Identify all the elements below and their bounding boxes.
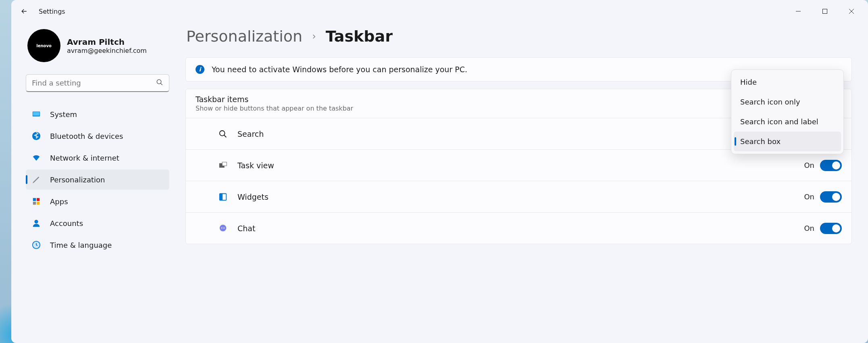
sidebar-item-system[interactable]: System (26, 104, 169, 124)
search-field[interactable] (32, 79, 156, 87)
svg-point-11 (220, 130, 225, 136)
settings-window: Settings lenovo Avram Piltch avram@geeki… (11, 0, 868, 343)
sidebar: lenovo Avram Piltch avram@geekinchief.co… (11, 23, 173, 343)
toggle-state: On (804, 224, 814, 232)
breadcrumb-parent[interactable]: Personalization (186, 27, 302, 45)
apps-icon (31, 197, 41, 206)
user-name: Avram Piltch (67, 37, 147, 47)
titlebar: Settings (11, 0, 868, 23)
sidebar-item-apps[interactable]: Apps (26, 191, 169, 211)
close-button[interactable] (838, 3, 865, 20)
row-label: Chat (237, 224, 804, 233)
search-dropdown: Hide Search icon only Search icon and la… (731, 69, 844, 154)
toggle-state: On (804, 161, 814, 169)
window-title: Settings (39, 8, 65, 15)
system-icon (31, 109, 41, 119)
row-label: Task view (237, 161, 804, 170)
dropdown-option-hide[interactable]: Hide (734, 72, 841, 92)
sidebar-item-label: System (50, 110, 77, 119)
user-email: avram@geekinchief.com (67, 47, 147, 54)
svg-point-9 (34, 220, 38, 224)
sidebar-item-label: Personalization (50, 176, 105, 184)
sidebar-item-accounts[interactable]: Accounts (26, 213, 169, 233)
svg-rect-15 (220, 193, 223, 200)
sidebar-item-time[interactable]: Time & language (26, 235, 169, 255)
sidebar-item-label: Apps (50, 197, 68, 206)
dropdown-option-box[interactable]: Search box (734, 132, 841, 151)
sidebar-item-bluetooth[interactable]: Bluetooth & devices (26, 126, 169, 146)
sidebar-item-label: Time & language (50, 241, 112, 249)
bluetooth-icon (31, 131, 41, 141)
search-input[interactable] (26, 74, 169, 92)
svg-point-1 (157, 79, 161, 84)
widgets-toggle[interactable] (820, 191, 842, 203)
widgets-icon (217, 192, 229, 201)
svg-rect-7 (33, 202, 36, 205)
svg-point-17 (221, 227, 223, 228)
sidebar-item-personalization[interactable]: Personalization (26, 169, 169, 190)
sidebar-item-label: Bluetooth & devices (50, 132, 123, 140)
minimize-button[interactable] (785, 3, 812, 20)
banner-text: You need to activate Windows before you … (212, 65, 467, 74)
avatar: lenovo (27, 29, 60, 62)
svg-point-18 (223, 227, 225, 228)
svg-rect-5 (33, 198, 36, 201)
brush-icon (31, 175, 41, 184)
svg-rect-3 (33, 112, 40, 116)
svg-rect-8 (37, 202, 40, 205)
user-profile[interactable]: lenovo Avram Piltch avram@geekinchief.co… (26, 29, 169, 62)
nav-list: System Bluetooth & devices Network & int… (26, 104, 169, 255)
person-icon (31, 218, 41, 228)
taskview-toggle[interactable] (820, 160, 842, 171)
svg-point-16 (220, 224, 227, 231)
sidebar-item-network[interactable]: Network & internet (26, 148, 169, 168)
back-button[interactable] (15, 2, 34, 21)
dropdown-option-icon-label[interactable]: Search icon and label (734, 112, 841, 132)
row-widgets: Widgets On (186, 181, 851, 212)
chevron-right-icon: › (312, 31, 316, 42)
taskview-icon (217, 161, 229, 170)
row-chat: Chat On (186, 212, 851, 244)
dropdown-option-icon-only[interactable]: Search icon only (734, 92, 841, 112)
toggle-state: On (804, 192, 814, 201)
breadcrumb-current: Taskbar (326, 27, 393, 45)
svg-rect-6 (37, 198, 40, 201)
breadcrumb: Personalization › Taskbar (185, 27, 852, 45)
info-icon: i (196, 65, 204, 74)
search-icon (156, 79, 163, 88)
chat-icon (217, 224, 229, 233)
sidebar-item-label: Accounts (50, 219, 83, 228)
svg-rect-0 (823, 9, 827, 14)
sidebar-item-label: Network & internet (50, 154, 119, 162)
wifi-icon (31, 153, 41, 163)
svg-rect-13 (222, 162, 227, 165)
search-icon (217, 130, 229, 138)
chat-toggle[interactable] (820, 223, 842, 234)
row-label: Widgets (237, 192, 804, 201)
clock-icon (31, 240, 41, 250)
maximize-button[interactable] (812, 3, 838, 20)
